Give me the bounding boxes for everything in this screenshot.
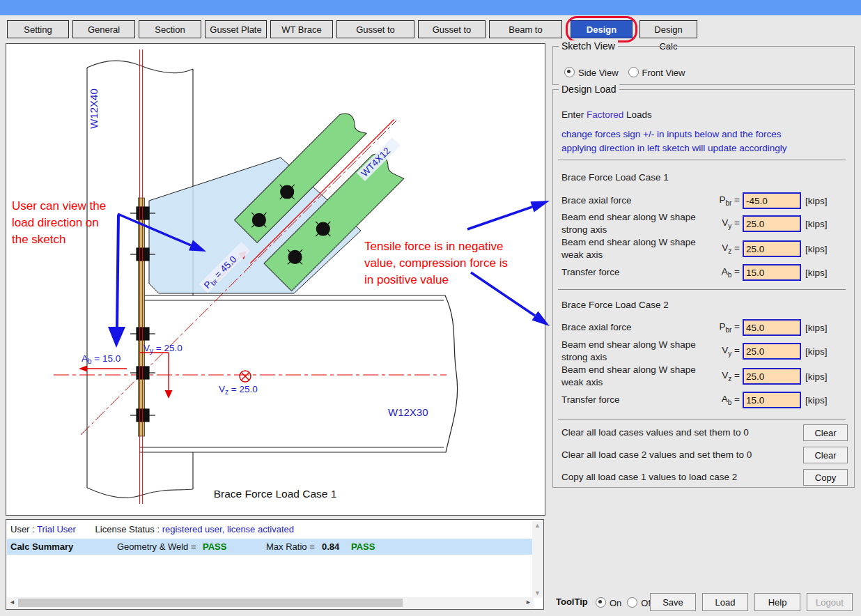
clear-case2-button[interactable]: Clear bbox=[803, 447, 848, 463]
lc2-pbr-input[interactable] bbox=[743, 319, 801, 336]
scroll-up-icon[interactable]: ▲ bbox=[534, 522, 541, 529]
copy-case1-button[interactable]: Copy bbox=[803, 469, 848, 486]
logout-button: Logout bbox=[807, 593, 853, 611]
enter-factored-loads-text: Enter Factored Loads bbox=[561, 109, 652, 120]
help-button[interactable]: Help bbox=[754, 593, 800, 611]
ab-force-arrow bbox=[79, 366, 127, 372]
front-view-label: Front View bbox=[642, 68, 685, 78]
load-case-2-title: Brace Force Load Case 2 bbox=[561, 300, 669, 310]
tab-section[interactable]: Section bbox=[139, 20, 201, 38]
clear-all-button[interactable]: Clear bbox=[803, 424, 848, 441]
window-title-bar bbox=[0, 0, 861, 15]
calc-summary-label: Calc Summary bbox=[10, 541, 73, 552]
user-license-line: User : Trial User License Status : regis… bbox=[10, 524, 526, 534]
tab-design-load[interactable]: Design Load bbox=[571, 20, 633, 38]
design-load-groupbox: Design Load Enter Factored Loads change … bbox=[552, 89, 855, 488]
separator bbox=[558, 289, 846, 290]
note-load-direction: User can view the load direction on the … bbox=[12, 199, 106, 246]
calc-summary-row: Calc Summary Geometry & Weld = PASS Max … bbox=[7, 539, 533, 555]
lc2-vy-input[interactable] bbox=[743, 343, 801, 360]
hint-line-1: change forces sign +/- in inputs below a… bbox=[561, 129, 782, 139]
lc1-ab-input[interactable] bbox=[743, 264, 801, 281]
lc1-brace-axial-row: Brace axial force Pbr = [kips] bbox=[553, 193, 855, 208]
horizontal-scrollbar[interactable]: ◄ ► bbox=[7, 597, 534, 608]
lc1-pbr-input[interactable] bbox=[743, 192, 801, 209]
sketch-view-groupbox: Sketch View Side ViewFront View bbox=[552, 46, 855, 85]
lc1-vy-input[interactable] bbox=[743, 215, 801, 232]
lc1-transfer-row: Transfer force Ab = [kips] bbox=[553, 265, 855, 280]
tab-beam-to-column[interactable]: Beam to Column bbox=[489, 20, 562, 38]
tab-design-calc[interactable]: Design Calc bbox=[639, 20, 697, 38]
tab-gusset-to-beam[interactable]: Gusset to Beam bbox=[418, 20, 486, 38]
separator bbox=[558, 419, 846, 419]
tooltip-off-radio[interactable] bbox=[627, 597, 637, 608]
clear-all-row: Clear all load cases values and set them… bbox=[553, 424, 855, 441]
copy-case1-row: Copy all load case 1 values to load case… bbox=[553, 469, 855, 486]
svg-text:value, compression force is: value, compression force is bbox=[364, 256, 508, 270]
tab-gusset-plate[interactable]: Gusset Plate bbox=[205, 20, 267, 38]
scroll-left-icon[interactable]: ◄ bbox=[9, 599, 15, 606]
separator bbox=[558, 160, 846, 160]
license-value: registered user, license activated bbox=[162, 524, 294, 534]
beam-outline bbox=[139, 295, 458, 452]
geometry-label: Geometry & Weld = bbox=[117, 541, 196, 552]
factored-link[interactable]: Factored bbox=[587, 109, 623, 120]
save-button[interactable]: Save bbox=[650, 593, 696, 611]
note-sign-convention: Tensile force is in negative value, comp… bbox=[364, 240, 508, 286]
ratio-label: Max Ratio = bbox=[266, 541, 315, 552]
load-case-1-title: Brace Force Load Case 1 bbox=[561, 172, 669, 183]
design-load-title: Design Load bbox=[559, 84, 619, 95]
geometry-result: PASS bbox=[203, 541, 226, 552]
front-view-radio[interactable] bbox=[628, 67, 639, 77]
ratio-value: 0.84 bbox=[322, 541, 339, 552]
sketch-caption: Brace Force Load Case 1 bbox=[214, 488, 337, 500]
ratio-result: PASS bbox=[351, 541, 375, 552]
svg-text:Tensile force is in negative: Tensile force is in negative bbox=[364, 240, 503, 253]
scroll-right-icon[interactable]: ► bbox=[525, 599, 532, 606]
sketch-canvas: WT4X12 Pbr = 45.0 Vy = 25.0 Vz = 25.0 Ab… bbox=[6, 43, 545, 516]
design-load-highlight-ellipse: Design Load bbox=[566, 16, 637, 43]
beam-size-label: W12X30 bbox=[388, 406, 428, 418]
lc1-vz-input[interactable] bbox=[743, 240, 801, 257]
tab-setting[interactable]: Setting bbox=[7, 20, 69, 38]
ab-value-label: Ab = 15.0 bbox=[82, 353, 121, 365]
svg-text:the sketch: the sketch bbox=[12, 233, 66, 246]
connection-sketch: WT4X12 Pbr = 45.0 Vy = 25.0 Vz = 25.0 Ab… bbox=[6, 44, 545, 515]
load-button[interactable]: Load bbox=[702, 593, 748, 611]
hint-line-2: applying direction in left sketch will u… bbox=[561, 143, 786, 153]
tab-general[interactable]: General bbox=[72, 20, 135, 38]
svg-text:load direction on: load direction on bbox=[12, 216, 99, 229]
lc2-brace-axial-row: Brace axial force Pbr = [kips] bbox=[553, 320, 855, 335]
lc2-vz-input[interactable] bbox=[743, 368, 801, 385]
status-panel: User : Trial User License Status : regis… bbox=[6, 519, 544, 610]
license-label: License Status : bbox=[95, 524, 160, 534]
svg-text:in positive value: in positive value bbox=[364, 273, 449, 286]
tab-gusset-to-column[interactable]: Gusset to Column bbox=[336, 20, 414, 38]
column-size-label: W12X40 bbox=[88, 88, 100, 129]
vertical-scrollbar[interactable]: ▲ ▼ bbox=[532, 521, 543, 598]
scroll-down-icon[interactable]: ▼ bbox=[534, 590, 541, 596]
clear-case2-row: Clear all load case 2 values and set the… bbox=[553, 447, 855, 463]
scrollbar-thumb[interactable] bbox=[18, 599, 403, 607]
lc1-vz-row: Beam end shear along W shapeweak axis Vz… bbox=[553, 233, 855, 264]
svg-text:User can view the: User can view the bbox=[12, 199, 106, 213]
side-view-label: Side View bbox=[578, 68, 619, 78]
vy-value-label: Vy = 25.0 bbox=[144, 343, 183, 355]
tooltip-label: ToolTip bbox=[556, 596, 588, 607]
side-view-radio[interactable] bbox=[564, 67, 575, 77]
tooltip-on-label: On bbox=[610, 598, 621, 608]
lc2-ab-input[interactable] bbox=[743, 392, 801, 408]
tab-wt-brace[interactable]: WT Brace bbox=[270, 20, 333, 38]
tab-bar: Setting General Section Gusset Plate WT … bbox=[7, 16, 701, 43]
user-value: Trial User bbox=[37, 524, 76, 534]
sketch-view-title: Sketch View bbox=[559, 40, 618, 52]
lc2-vz-row: Beam end shear along W shapeweak axis Vz… bbox=[553, 361, 855, 392]
column-flange-strip bbox=[139, 198, 145, 436]
tooltip-on-radio[interactable] bbox=[596, 597, 606, 608]
user-label: User : bbox=[10, 524, 35, 534]
vz-value-label: Vz = 25.0 bbox=[219, 384, 258, 396]
lc2-transfer-row: Transfer force Ab = [kips] bbox=[553, 392, 855, 408]
